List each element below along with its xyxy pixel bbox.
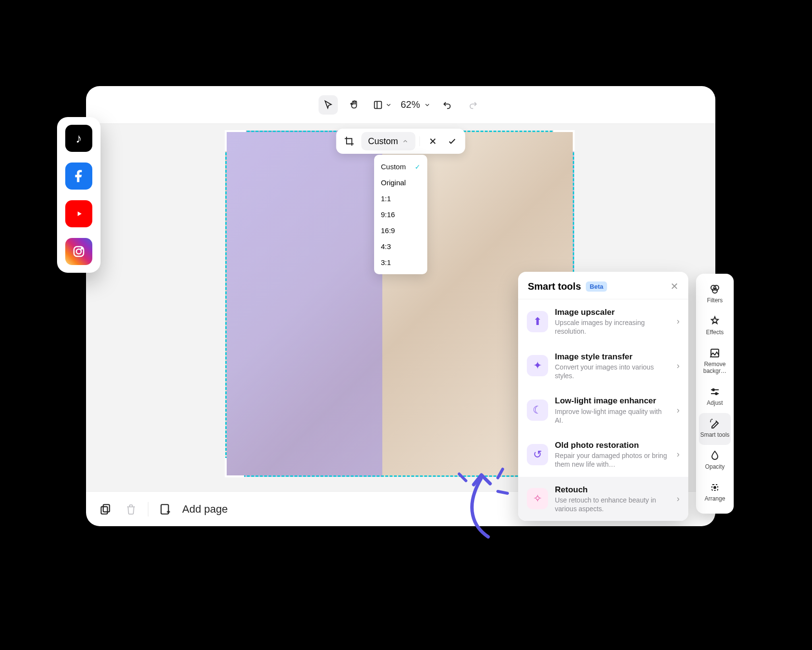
rail-remove-backgr-[interactable]: Remove backgr… — [696, 342, 734, 381]
ratio-option-1-1[interactable]: 1:1 — [374, 191, 427, 207]
instagram-icon[interactable] — [65, 238, 92, 265]
ratio-option-original[interactable]: Original — [374, 175, 427, 191]
rail-adjust[interactable]: Adjust — [696, 381, 734, 413]
tiktok-icon[interactable]: ♪ — [65, 125, 92, 152]
rail-smart-tools[interactable]: Smart tools — [699, 413, 731, 445]
top-toolbar: 62% — [86, 86, 715, 124]
panel-title: Smart tools — [528, 281, 581, 292]
aspect-ratio-selected: Custom — [368, 136, 398, 147]
svg-point-14 — [714, 487, 716, 488]
smart-tool-image-style-transfer[interactable]: ✦ Image style transfer Convert your imag… — [518, 344, 688, 388]
facebook-icon[interactable] — [65, 162, 92, 190]
svg-point-9 — [712, 288, 717, 293]
rail-opacity[interactable]: Opacity — [696, 445, 734, 477]
smart-tool-retouch[interactable]: ✧ Retouch Use retouch to enhance beauty … — [518, 477, 688, 521]
chevron-right-icon: › — [677, 361, 680, 371]
tool-thumb-icon: ✧ — [527, 488, 548, 509]
beta-badge: Beta — [586, 281, 607, 292]
layout-tool[interactable] — [371, 95, 394, 115]
tool-thumb-icon: ⬆ — [527, 311, 548, 332]
ratio-option-4-3[interactable]: 4:3 — [374, 238, 427, 254]
chevron-right-icon: › — [677, 494, 680, 504]
tool-thumb-icon: ↺ — [527, 444, 548, 465]
smart-tool-image-upscaler[interactable]: ⬆ Image upscaler Upscale images by incre… — [518, 299, 688, 344]
tool-thumb-icon: ✦ — [527, 355, 548, 376]
svg-rect-2 — [101, 506, 107, 514]
chevron-right-icon: › — [677, 405, 680, 415]
svg-point-11 — [712, 389, 714, 391]
chevron-right-icon: › — [677, 316, 680, 326]
ratio-option-custom[interactable]: Custom✓ — [374, 159, 427, 175]
pages-icon[interactable] — [98, 501, 114, 517]
smart-tools-panel: Smart tools Beta ✕ ⬆ Image upscaler Upsc… — [518, 272, 688, 521]
rail-arrange[interactable]: Arrange — [696, 477, 734, 509]
pointer-tool[interactable] — [319, 95, 338, 115]
add-page-icon[interactable] — [157, 501, 174, 517]
rail-filters[interactable]: Filters — [696, 279, 734, 310]
svg-rect-0 — [375, 101, 382, 108]
svg-point-6 — [81, 248, 83, 250]
social-rail: ♪ — [57, 117, 101, 273]
ratio-option-9-16[interactable]: 9:16 — [374, 207, 427, 222]
panel-close-button[interactable]: ✕ — [670, 281, 679, 292]
redo-button[interactable] — [464, 95, 483, 115]
add-page-label[interactable]: Add page — [182, 503, 228, 516]
tool-rail: FiltersEffectsRemove backgr…AdjustSmart … — [696, 274, 734, 514]
smart-tool-low-light-image-enhancer[interactable]: ☾ Low-light image enhancer Improve low-l… — [518, 388, 688, 432]
aspect-ratio-dropdown[interactable]: Custom — [361, 132, 415, 150]
hand-tool[interactable] — [345, 95, 364, 115]
svg-point-5 — [76, 249, 81, 254]
svg-rect-3 — [161, 504, 168, 514]
zoom-display[interactable]: 62% — [401, 99, 431, 110]
youtube-icon[interactable] — [65, 200, 92, 227]
crop-cancel-button[interactable] — [425, 136, 441, 146]
tool-thumb-icon: ☾ — [527, 399, 548, 421]
crop-toolbar: Custom — [336, 129, 465, 154]
svg-point-12 — [715, 393, 717, 395]
zoom-value: 62% — [401, 99, 420, 110]
svg-rect-1 — [103, 504, 110, 512]
rail-effects[interactable]: Effects — [696, 310, 734, 342]
ratio-option-16-9[interactable]: 16:9 — [374, 222, 427, 238]
crop-confirm-button[interactable] — [444, 136, 461, 146]
ratio-option-3-1[interactable]: 3:1 — [374, 254, 427, 270]
chevron-right-icon: › — [677, 449, 680, 459]
trash-icon[interactable] — [123, 501, 139, 517]
crop-icon — [341, 133, 357, 149]
aspect-ratio-menu: Custom✓Original1:19:1616:94:33:1 — [374, 155, 427, 274]
undo-button[interactable] — [437, 95, 457, 115]
smart-tool-old-photo-restoration[interactable]: ↺ Old photo restoration Repair your dama… — [518, 432, 688, 477]
